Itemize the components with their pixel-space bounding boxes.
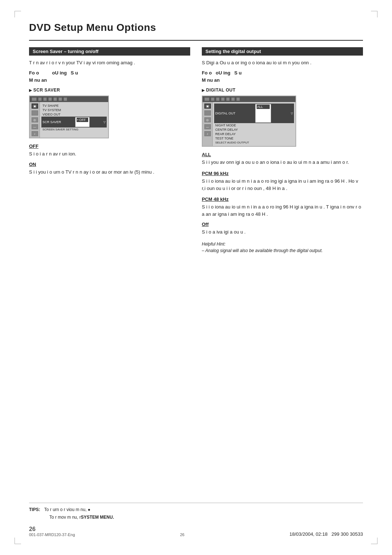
on-heading-left: ON — [29, 162, 190, 167]
pcm48-heading: PCM 48 kHz — [202, 197, 363, 202]
right-column: Setting the digital output S Digi a Ou u… — [202, 47, 363, 254]
right-body1: S Digi a Ou u a or ing o o iona au io ui… — [202, 59, 363, 66]
all-heading: ALL — [202, 152, 363, 157]
tv-menu-item4: SCR SAVER • OFF ON ▽ — [41, 117, 107, 127]
tv-content-right: DIGITAL OUT ALL PCM 6 PCM 48 OFF ▽ NIGHT… — [213, 102, 295, 146]
tv-sidebar-icon3: ◎ — [32, 117, 38, 122]
footer-version: 299 300 30533 — [331, 531, 363, 537]
tv-icon-r7 — [236, 97, 240, 101]
tv-submenu-off: • OFF — [77, 118, 88, 122]
tv-submenu-right: ALL PCM 6 PCM 48 OFF — [255, 104, 271, 123]
tv-icon-r3 — [216, 97, 220, 101]
tv-icon-r4 — [221, 97, 225, 101]
right-menu-label: Digital Out — [202, 88, 363, 93]
tv-menu-centr: CENTR DELAY — [214, 127, 294, 132]
helpful-hint: Helpful Hint: – Analog signal will also … — [202, 241, 363, 254]
tv-sidebar-icon-r4: — — [204, 124, 211, 129]
tips-label: TIPS: — [29, 507, 40, 512]
page: DVD Setup Menu Options Screen Saver – tu… — [0, 0, 392, 555]
tv-sidebar-icon-r5: ♪ — [204, 131, 211, 136]
tv-sidebar-icon-r1: ▣ — [204, 104, 211, 109]
right-section-header: Setting the digital output — [202, 47, 363, 56]
footer-doc-id: 001-037-MRD120-37-Eng — [29, 532, 75, 537]
left-tv-screen: ▣ ◎ — ♪ TV SHAPE TV SYSTEM VIDEO OUT SCR… — [29, 96, 109, 138]
tv-sidebar-icon2 — [32, 110, 38, 116]
tv-menu-item5: SCREEN SAVER SETTING — [41, 127, 107, 131]
left-section-header: Screen Saver – turning on/off — [29, 47, 190, 56]
footer-bottom: 26 001-037-MRD120-37-Eng 26 18/03/2004, … — [29, 524, 363, 537]
tv-sidebar-icon1: ▣ — [32, 104, 38, 109]
left-body2: Fo o oU ing S u M nu an — [29, 69, 190, 84]
tv-icon-r6 — [231, 97, 235, 101]
tv-icon-r2 — [211, 97, 215, 101]
tv-icon3 — [43, 97, 47, 101]
tv-content-left: TV SHAPE TV SYSTEM VIDEO OUT SCR SAVER •… — [40, 102, 108, 138]
tv-sub-all: ALL — [257, 105, 270, 109]
footer-timestamp: 18/03/2004, 02:18 — [290, 531, 328, 537]
off-heading-left: OFF — [29, 143, 190, 149]
tv-body-left: ▣ ◎ — ♪ TV SHAPE TV SYSTEM VIDEO OUT SCR… — [30, 102, 108, 138]
tv-icon-r1 — [204, 97, 209, 101]
off-body-left: S i o i a r n av r un ion. — [29, 150, 190, 158]
all-body: S i i you av onn igi a ou u o an o iona … — [202, 159, 363, 166]
tv-menu-item2: TV SYSTEM — [41, 108, 107, 112]
title-divider — [29, 40, 363, 41]
tv-menu-digital-out: DIGITAL OUT ALL PCM 6 PCM 48 OFF ▽ — [214, 104, 294, 123]
page-footer: TIPS: To r urn o r viou m nu, ● To r mov… — [29, 503, 363, 537]
tv-icon6 — [58, 97, 62, 101]
off-heading-right: Off — [202, 222, 363, 227]
tv-icon2 — [38, 97, 42, 101]
tv-submenu-left: • OFF ON — [75, 117, 90, 127]
tv-icon4 — [48, 97, 52, 101]
tv-top-bar-right — [203, 96, 295, 102]
footer-left: 26 001-037-MRD120-37-Eng — [29, 524, 75, 537]
right-body2: Fo o oU ing S u M nu an — [202, 69, 363, 84]
tips-section: TIPS: To r urn o r viou m nu, ● To r mov… — [29, 503, 363, 521]
left-menu-label: Scr saver — [29, 88, 190, 93]
tv-sidebar-icon4: — — [32, 124, 38, 129]
tv-menu-rear: REAR DELAY — [214, 132, 294, 136]
tv-menu-item1: TV SHAPE — [41, 104, 107, 108]
footer-page-number: 26 — [29, 526, 75, 532]
left-body1: T r n av r i o r v n your TV i ay vi rom… — [29, 59, 190, 66]
tips-text1: To r urn o r viou m nu, ● — [44, 507, 90, 512]
corner-mark-tr — [371, 11, 377, 17]
page-title: DVD Setup Menu Options — [29, 22, 363, 33]
tv-body-right: ▣ ◎ — ♪ DIGITAL OUT ALL PCM 6 PCM 48 — [203, 102, 295, 146]
tv-sidebar-icon-r2 — [204, 110, 211, 116]
right-tv-screen: ▣ ◎ — ♪ DIGITAL OUT ALL PCM 6 PCM 48 — [202, 96, 296, 147]
tv-sub-pcm48: PCM 48 — [257, 113, 270, 118]
tv-menu-night: NIGHT MODE — [214, 123, 294, 127]
corner-mark-bl — [15, 538, 21, 544]
pcm96-body: S i i o iona au io ui m n i a a o ro ing… — [202, 178, 363, 192]
tips-line1: TIPS: To r urn o r viou m nu, ● — [29, 506, 363, 513]
tips-text2: To r mov m nu, rSYSTEM MENU. — [49, 515, 114, 520]
tv-icon5 — [53, 97, 57, 101]
tv-sidebar-right: ▣ ◎ — ♪ — [203, 102, 213, 146]
corner-mark-br — [371, 538, 377, 544]
tv-sub-off: OFF — [257, 118, 270, 122]
corner-mark-tl — [15, 11, 21, 17]
tv-menu-select: SELECT AUDIO OUTPUT — [214, 141, 294, 145]
tv-sidebar-left: ▣ ◎ — ♪ — [30, 102, 40, 138]
tv-sidebar-icon5: ♪ — [32, 131, 38, 136]
off-body-right: S i o a iva igi a ou u . — [202, 228, 363, 236]
footer-right: 18/03/2004, 02:18 299 300 30533 — [290, 531, 363, 537]
tv-sidebar-icon-r3: ◎ — [204, 117, 211, 122]
tv-top-bar-left — [30, 96, 108, 102]
pcm96-heading: PCM 96 kHz — [202, 171, 363, 176]
tips-line2: To r mov m nu, rSYSTEM MENU. — [29, 514, 363, 521]
tv-menu-test: TEST TONE — [214, 136, 294, 141]
tv-submenu-on: ON — [77, 122, 88, 126]
on-body-left: S i i you i o urn o TV r n n ay i o or a… — [29, 169, 190, 176]
tv-icon1 — [32, 97, 37, 101]
tv-sub-pcm6: PCM 6 — [257, 109, 270, 113]
main-content: Screen Saver – turning on/off T r n av r… — [29, 47, 363, 254]
left-column: Screen Saver – turning on/off T r n av r… — [29, 47, 190, 254]
tv-menu-item3: VIDEO OUT — [41, 112, 107, 117]
tv-icon7 — [64, 97, 67, 101]
tv-icon-r5 — [226, 97, 230, 101]
footer-center-page: 26 — [180, 532, 184, 537]
pcm48-body: S i i o iona au io ui m n i in a a o ro … — [202, 203, 363, 218]
